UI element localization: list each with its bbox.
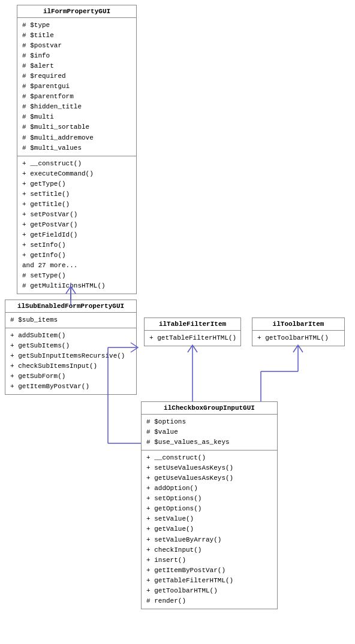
class-methods-ilSubEnabledFormPropertyGUI: + addSubItem() + getSubItems() + getSubI… [5, 328, 136, 394]
class-fields-ilCheckboxGroupInputGUI: # $options # $value # $use_values_as_key… [142, 415, 277, 451]
class-ilToolbarItem: ilToolbarItem + getToolbarHTML() [252, 318, 345, 346]
class-title-ilSubEnabledFormPropertyGUI: ilSubEnabledFormPropertyGUI [5, 300, 136, 313]
class-title-ilToolbarItem: ilToolbarItem [252, 318, 344, 331]
class-methods-ilFormPropertyGUI: + __construct() + executeCommand() + get… [17, 156, 136, 294]
class-fields-ilFormPropertyGUI: # $type # $title # $postvar # $info # $a… [17, 18, 136, 156]
class-methods-ilTableFilterItem: + getTableFilterHTML() [145, 331, 240, 346]
uml-diagram: ilFormPropertyGUI # $type # $title # $po… [0, 0, 355, 644]
class-ilTableFilterItem: ilTableFilterItem + getTableFilterHTML() [144, 318, 241, 346]
class-fields-ilSubEnabledFormPropertyGUI: # $sub_items [5, 313, 136, 328]
class-methods-ilToolbarItem: + getToolbarHTML() [252, 331, 344, 346]
class-ilCheckboxGroupInputGUI: ilCheckboxGroupInputGUI # $options # $va… [141, 401, 278, 609]
class-title-ilFormPropertyGUI: ilFormPropertyGUI [17, 5, 136, 18]
class-title-ilCheckboxGroupInputGUI: ilCheckboxGroupInputGUI [142, 402, 277, 415]
class-methods-ilCheckboxGroupInputGUI: + __construct() + setUseValuesAsKeys() +… [142, 451, 277, 609]
class-ilFormPropertyGUI: ilFormPropertyGUI # $type # $title # $po… [17, 5, 137, 294]
class-ilSubEnabledFormPropertyGUI: ilSubEnabledFormPropertyGUI # $sub_items… [5, 300, 137, 395]
class-title-ilTableFilterItem: ilTableFilterItem [145, 318, 240, 331]
